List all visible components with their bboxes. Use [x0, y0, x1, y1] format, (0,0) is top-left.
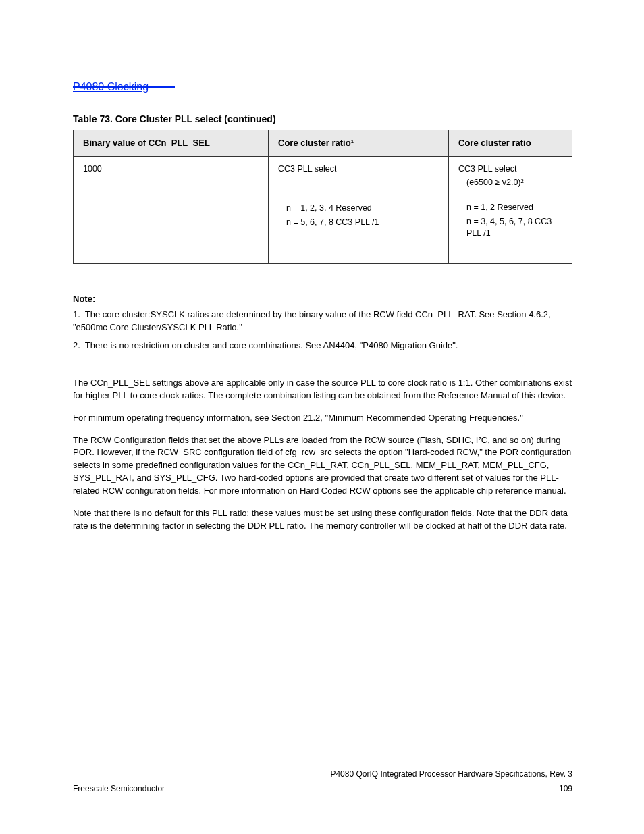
cell-title: CC3 PLL select — [458, 163, 562, 175]
table-notes: Note: 1. The core cluster:SYSCLK ratios … — [73, 293, 572, 361]
table-note-2: 2. There is no restriction on cluster an… — [73, 340, 572, 353]
spec-table: Binary value of CCn_PLL_SEL Core cluster… — [73, 130, 572, 264]
paragraph: Note that there is no default for this P… — [73, 507, 572, 533]
footer-doc-title: P4080 QorIQ Integrated Processor Hardwar… — [73, 768, 572, 779]
table-note-1: 1. The core cluster:SYSCLK ratios are de… — [73, 309, 572, 334]
cell-text: n = 1, 2, 3, 4 Reserved — [286, 203, 439, 214]
paragraph: The CCn_PLL_SEL settings above are appli… — [73, 377, 572, 402]
cell-text: n = 5, 6, 7, 8 CC3 PLL /1 — [286, 217, 439, 228]
col-header-0: Binary value of CCn_PLL_SEL — [74, 130, 269, 157]
cell-title: CC3 PLL select — [278, 163, 439, 175]
cell-ratio-b: CC3 PLL select (e6500 ≥ v2.0)² n = 1, 2 … — [449, 156, 572, 263]
header-rule — [184, 86, 572, 86]
table-header: Binary value of CCn_PLL_SEL Core cluster… — [74, 130, 572, 157]
footer-company: Freescale Semiconductor — [73, 783, 165, 794]
running-head: P4080 Clocking — [73, 80, 572, 95]
cell-ratio-a: CC3 PLL select n = 1, 2, 3, 4 Reserved n… — [269, 156, 449, 263]
cell-text: 1000 — [83, 163, 259, 175]
page-footer: P4080 QorIQ Integrated Processor Hardwar… — [73, 768, 572, 794]
col-header-2: Core cluster ratio — [449, 130, 572, 157]
table-row: 1000 CC3 PLL select n = 1, 2, 3, 4 Reser… — [74, 156, 572, 263]
cell-text: n = 3, 4, 5, 6, 7, 8 CC3 PLL /1 — [466, 216, 562, 239]
cell-code: 1000 — [74, 156, 269, 263]
table-header-row: Binary value of CCn_PLL_SEL Core cluster… — [74, 130, 572, 157]
paragraph: The RCW Configuration fields that set th… — [73, 434, 572, 498]
paragraph: For minimum operating frequency informat… — [73, 412, 572, 425]
footer-page-number: 109 — [559, 783, 572, 794]
footer-rule — [189, 758, 572, 758]
table-body: 1000 CC3 PLL select n = 1, 2, 3, 4 Reser… — [74, 156, 572, 263]
table-caption: Table 73. Core Cluster PLL select (conti… — [73, 113, 276, 126]
header-rule-accent — [73, 86, 175, 88]
cell-text: n = 1, 2 Reserved — [466, 202, 562, 213]
col-header-1: Core cluster ratio¹ — [269, 130, 449, 157]
cell-subtitle: (e6500 ≥ v2.0)² — [466, 177, 562, 188]
body-copy: The CCn_PLL_SEL settings above are appli… — [73, 377, 572, 542]
table-note: Note: — [73, 293, 572, 306]
